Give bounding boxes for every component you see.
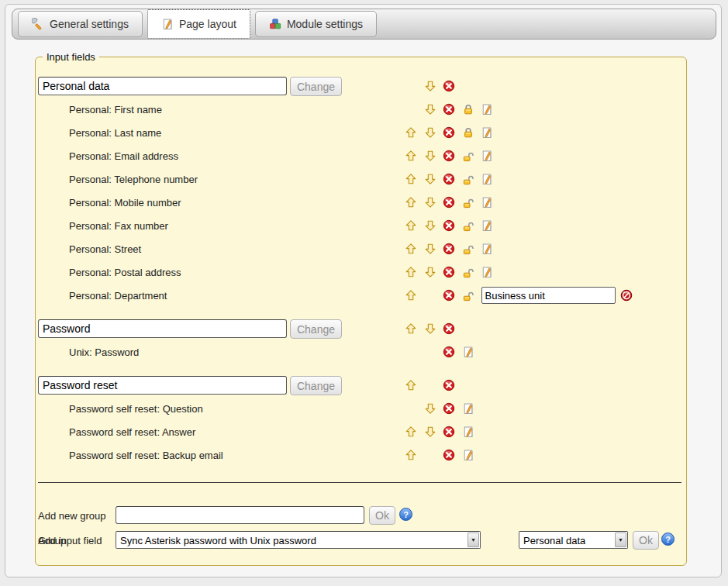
move-up-icon[interactable] (405, 219, 424, 232)
edit-icon[interactable] (481, 150, 500, 162)
row-actions (405, 320, 462, 337)
edit-icon[interactable] (481, 103, 500, 115)
move-down-icon[interactable] (424, 322, 443, 335)
move-down-icon[interactable] (424, 80, 443, 92)
tab-page-layout[interactable]: Page layout (147, 9, 250, 39)
field-group: ChangeUnix: Password (38, 319, 686, 364)
empty-icon-slot (424, 346, 443, 358)
move-down-icon[interactable] (424, 103, 443, 115)
delete-icon[interactable] (443, 266, 462, 278)
edit-icon[interactable] (481, 243, 500, 255)
delete-icon[interactable] (443, 196, 462, 209)
edit-icon[interactable] (462, 346, 481, 358)
input-field-row: Personal: Department (38, 284, 686, 307)
lock-icon[interactable] (462, 103, 481, 115)
input-field-label: Unix: Password (69, 346, 139, 358)
field-group: ChangePersonal: First namePersonal: Last… (38, 77, 686, 307)
edit-icon[interactable] (462, 402, 481, 415)
move-down-icon[interactable] (424, 243, 443, 255)
delete-icon[interactable] (443, 219, 462, 232)
edit-icon[interactable] (481, 266, 500, 278)
delete-icon[interactable] (443, 103, 462, 115)
input-field-row: Password self reset: Question (38, 397, 686, 420)
unlock-icon[interactable] (462, 266, 481, 278)
department-name-input[interactable] (481, 287, 616, 304)
input-field-label: Password self reset: Question (69, 403, 203, 415)
selected-group: Personal data (523, 534, 585, 546)
help-icon[interactable]: ? (661, 533, 675, 546)
edit-icon[interactable] (481, 196, 500, 209)
move-down-icon[interactable] (424, 126, 443, 139)
move-up-icon[interactable] (405, 379, 424, 391)
delete-icon[interactable] (443, 150, 462, 162)
group-label: Group (38, 535, 66, 546)
move-up-icon[interactable] (405, 426, 424, 438)
fieldset-content: ChangePersonal: First namePersonal: Last… (36, 57, 686, 565)
group-name-input[interactable] (38, 319, 287, 338)
move-up-icon[interactable] (405, 322, 424, 335)
tab-module-settings[interactable]: Module settings (255, 11, 377, 37)
group-select[interactable]: Personal data ▼ (519, 531, 628, 549)
delete-icon[interactable] (443, 402, 462, 415)
change-button[interactable]: Change (290, 376, 342, 395)
delete-icon[interactable] (443, 243, 462, 255)
move-down-icon[interactable] (424, 150, 443, 162)
unlock-icon[interactable] (462, 150, 481, 162)
change-button[interactable]: Change (290, 319, 342, 339)
delete-icon[interactable] (443, 379, 462, 391)
edit-icon[interactable] (462, 426, 481, 438)
move-down-icon[interactable] (424, 402, 443, 415)
empty-icon-slot (405, 80, 424, 92)
forbidden-icon[interactable] (620, 289, 633, 302)
group-header-row: Change (38, 376, 686, 395)
delete-icon[interactable] (443, 426, 462, 438)
change-button[interactable]: Change (290, 77, 342, 96)
edit-icon[interactable] (481, 126, 500, 139)
delete-icon[interactable] (443, 80, 462, 92)
group-header-row: Change (38, 319, 686, 339)
chevron-down-icon[interactable]: ▼ (615, 533, 626, 547)
lock-icon[interactable] (462, 126, 481, 139)
group-name-input[interactable] (38, 77, 287, 95)
unlock-icon[interactable] (462, 289, 481, 302)
edit-icon[interactable] (481, 173, 500, 185)
input-field-select[interactable]: Sync Asterisk password with Unix passwor… (116, 531, 481, 549)
delete-icon[interactable] (443, 346, 462, 358)
unlock-icon[interactable] (462, 173, 481, 185)
input-field-row: Password self reset: Answer (38, 420, 686, 443)
group-name-input[interactable] (38, 376, 287, 395)
input-field-row: Personal: Email address (38, 144, 686, 167)
move-up-icon[interactable] (405, 196, 424, 209)
add-group-input[interactable] (116, 506, 364, 524)
move-up-icon[interactable] (405, 173, 424, 185)
move-up-icon[interactable] (405, 150, 424, 162)
move-up-icon[interactable] (405, 289, 424, 302)
unlock-icon[interactable] (462, 243, 481, 255)
delete-icon[interactable] (443, 289, 462, 302)
move-up-icon[interactable] (405, 266, 424, 278)
input-field-row: Personal: Postal address (38, 260, 686, 284)
unlock-icon[interactable] (462, 219, 481, 232)
move-down-icon[interactable] (424, 426, 443, 438)
add-field-ok-button[interactable]: Ok (633, 531, 659, 550)
move-down-icon[interactable] (424, 219, 443, 232)
edit-icon[interactable] (462, 449, 481, 461)
delete-icon[interactable] (443, 449, 462, 461)
delete-icon[interactable] (443, 126, 462, 139)
move-down-icon[interactable] (424, 173, 443, 185)
tab-general-settings[interactable]: General settings (18, 11, 143, 37)
move-down-icon[interactable] (424, 266, 443, 278)
move-up-icon[interactable] (405, 449, 424, 461)
help-icon[interactable]: ? (399, 508, 412, 521)
move-down-icon[interactable] (424, 196, 443, 209)
move-up-icon[interactable] (405, 243, 424, 255)
delete-icon[interactable] (443, 322, 462, 335)
delete-icon[interactable] (443, 173, 462, 185)
unlock-icon[interactable] (462, 196, 481, 209)
add-group-ok-button[interactable]: Ok (369, 506, 395, 525)
move-up-icon[interactable] (405, 126, 424, 139)
edit-icon[interactable] (481, 219, 500, 232)
chevron-down-icon[interactable]: ▼ (468, 533, 479, 547)
empty-icon-slot (405, 103, 424, 115)
empty-icon-slot (424, 449, 443, 461)
